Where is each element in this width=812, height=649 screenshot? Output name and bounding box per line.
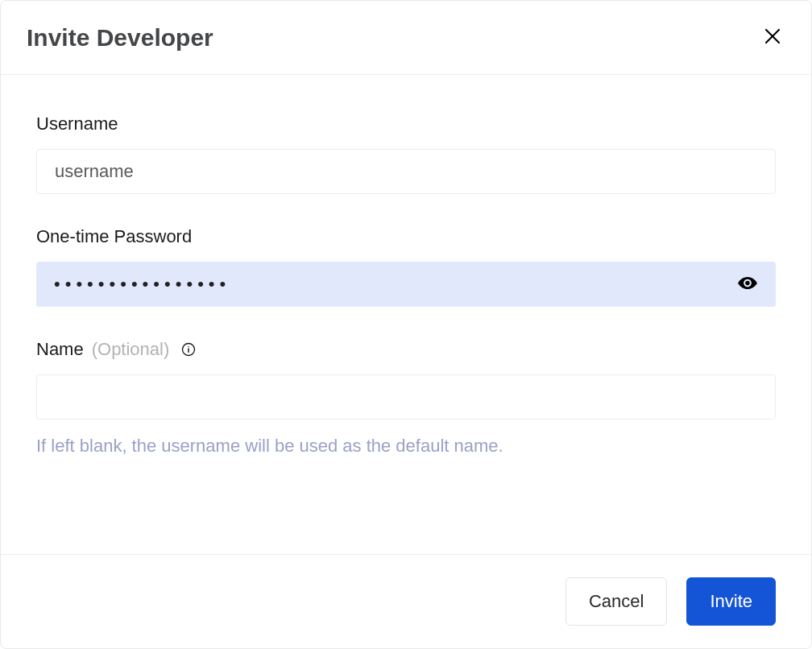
name-helper-text: If left blank, the username will be used… xyxy=(36,434,776,459)
invite-button[interactable]: Invite xyxy=(686,577,776,626)
username-group: Username xyxy=(36,114,776,194)
password-label-text: One-time Password xyxy=(36,226,192,247)
eye-icon xyxy=(737,273,758,296)
invite-developer-modal: Invite Developer Username One-time Passw… xyxy=(0,0,812,649)
modal-header: Invite Developer xyxy=(1,1,811,75)
toggle-password-visibility-button[interactable] xyxy=(734,270,761,300)
close-button[interactable] xyxy=(760,23,785,52)
modal-body: Username One-time Password •••••••••••••… xyxy=(1,75,811,554)
name-label: Name (Optional) xyxy=(36,339,776,360)
info-icon[interactable] xyxy=(180,341,197,358)
optional-label: (Optional) xyxy=(92,339,170,360)
name-input[interactable] xyxy=(36,374,776,420)
password-wrap: •••••••••••••••• xyxy=(36,262,776,307)
password-label: One-time Password xyxy=(36,226,776,247)
modal-title: Invite Developer xyxy=(27,24,213,52)
name-group: Name (Optional) If left blank, the usern… xyxy=(36,339,776,459)
modal-footer: Cancel Invite xyxy=(1,554,811,648)
name-label-text: Name xyxy=(36,339,84,360)
svg-point-4 xyxy=(188,346,190,348)
password-group: One-time Password •••••••••••••••• xyxy=(36,226,776,307)
cancel-button[interactable]: Cancel xyxy=(566,577,667,626)
password-input[interactable]: •••••••••••••••• xyxy=(36,262,776,307)
close-icon xyxy=(763,27,782,48)
username-input[interactable] xyxy=(36,149,776,194)
username-label: Username xyxy=(36,114,776,134)
username-label-text: Username xyxy=(36,114,118,134)
